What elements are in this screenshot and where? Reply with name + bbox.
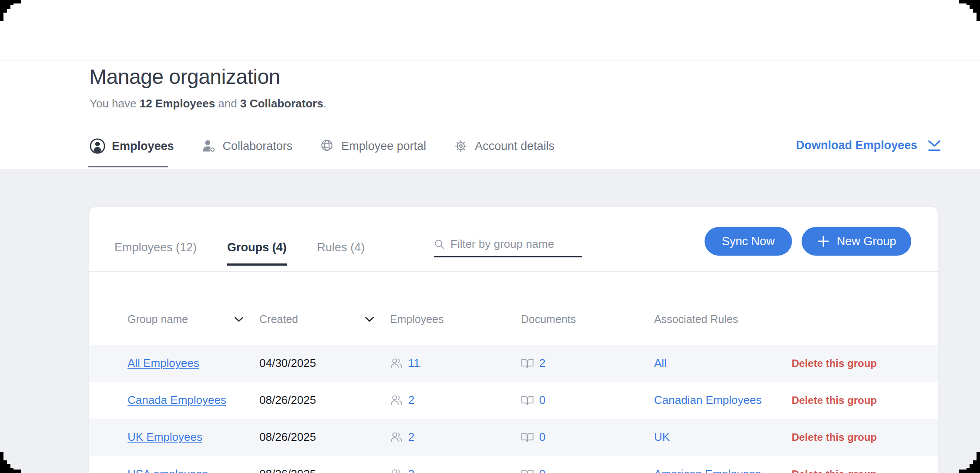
top-bar bbox=[0, 0, 980, 61]
filter-by-group-name-input[interactable] bbox=[450, 237, 582, 251]
gear-icon bbox=[453, 138, 469, 154]
tab-label: Collaborators bbox=[223, 140, 293, 153]
new-group-button[interactable]: New Group bbox=[802, 227, 911, 256]
page-subtitle: You have 12 Employees and 3 Collaborator… bbox=[90, 97, 326, 110]
delete-group-button[interactable]: Delete this group bbox=[792, 468, 877, 473]
page-title: Manage organization bbox=[89, 65, 280, 89]
search-icon bbox=[434, 239, 445, 250]
header-label: Associated Rules bbox=[654, 313, 738, 326]
sort-chevron-down-icon[interactable] bbox=[365, 316, 374, 322]
created-date: 08/26/2025 bbox=[259, 430, 390, 444]
table-header-row: Group name Created Employees Documents A… bbox=[89, 272, 938, 345]
main-nav-tabs: Employees Collaborators bbox=[89, 138, 554, 154]
header-documents: Documents bbox=[521, 313, 654, 326]
table-row: All Employees 04/30/2025 11 bbox=[89, 345, 938, 382]
book-open-icon bbox=[521, 358, 534, 369]
associated-rule-link[interactable]: American Employees bbox=[654, 467, 761, 473]
header-label: Employees bbox=[390, 313, 444, 326]
tab-label: Employees bbox=[112, 140, 174, 153]
delete-group-button[interactable]: Delete this group bbox=[792, 431, 877, 443]
download-icon bbox=[927, 139, 942, 152]
book-open-icon bbox=[521, 432, 534, 443]
card-sub-tabs: Employees (12) Groups (4) Rules (4) bbox=[114, 241, 365, 266]
manage-organization-page: Manage organization You have 12 Employee… bbox=[0, 0, 980, 473]
sync-now-button[interactable]: Sync Now bbox=[705, 227, 792, 256]
groups-card: Employees (12) Groups (4) Rules (4) bbox=[89, 207, 938, 473]
documents-count-link[interactable]: 0 bbox=[539, 393, 545, 407]
employees-count-cell: 3 bbox=[390, 467, 521, 473]
collaborators-count: 3 Collaborators bbox=[240, 97, 323, 110]
users-icon bbox=[390, 468, 403, 473]
documents-count-cell: 0 bbox=[521, 467, 654, 473]
documents-count-link[interactable]: 2 bbox=[539, 356, 545, 370]
documents-count-link[interactable]: 0 bbox=[539, 467, 545, 473]
subtab-groups[interactable]: Groups (4) bbox=[227, 241, 287, 266]
documents-count-cell: 0 bbox=[521, 393, 654, 407]
header-employees: Employees bbox=[390, 313, 521, 326]
group-name-link[interactable]: All Employees bbox=[128, 356, 199, 370]
users-icon bbox=[390, 431, 403, 443]
header-label: Created bbox=[259, 313, 298, 326]
delete-group-button[interactable]: Delete this group bbox=[792, 394, 877, 406]
employees-count-link[interactable]: 2 bbox=[408, 393, 414, 407]
table-row: USA employees 08/26/2025 3 bbox=[89, 456, 938, 473]
subtab-rules[interactable]: Rules (4) bbox=[317, 241, 365, 266]
group-name-link[interactable]: USA employees bbox=[128, 467, 208, 473]
group-filter bbox=[434, 237, 582, 257]
subtitle-text: . bbox=[323, 97, 326, 110]
tab-employee-portal[interactable]: Employee portal bbox=[319, 138, 426, 154]
employees-count-link[interactable]: 11 bbox=[408, 356, 420, 370]
group-name-link[interactable]: UK Employees bbox=[128, 430, 202, 443]
book-open-icon bbox=[521, 395, 534, 406]
download-link-label: Download Employees bbox=[796, 139, 917, 152]
plus-icon bbox=[817, 235, 830, 248]
subtab-label: Employees (12) bbox=[114, 241, 197, 254]
tab-collaborators[interactable]: Collaborators bbox=[201, 138, 293, 154]
delete-group-button[interactable]: Delete this group bbox=[792, 357, 877, 369]
employees-count: 12 Employees bbox=[140, 97, 215, 110]
created-date: 08/26/2025 bbox=[259, 467, 390, 473]
employees-count-cell: 11 bbox=[390, 356, 521, 370]
person-circle-icon bbox=[89, 138, 106, 154]
tab-label: Employee portal bbox=[341, 140, 426, 153]
person-plus-icon bbox=[201, 138, 217, 154]
created-date: 08/26/2025 bbox=[259, 393, 390, 407]
subtitle-text: and bbox=[215, 97, 240, 110]
users-icon bbox=[390, 394, 403, 406]
table-row: Canada Employees 08/26/2025 2 bbox=[89, 382, 938, 419]
employees-count-link[interactable]: 3 bbox=[408, 467, 414, 473]
employees-count-cell: 2 bbox=[390, 393, 521, 407]
card-header: Employees (12) Groups (4) Rules (4) bbox=[89, 207, 938, 272]
header-created: Created bbox=[259, 313, 390, 326]
documents-count-link[interactable]: 0 bbox=[539, 430, 545, 444]
page-header: Manage organization You have 12 Employee… bbox=[0, 61, 980, 169]
tab-employees[interactable]: Employees bbox=[89, 138, 174, 154]
associated-rule-link[interactable]: UK bbox=[654, 430, 670, 443]
tab-label: Account details bbox=[475, 140, 554, 153]
subtab-label: Rules (4) bbox=[317, 241, 365, 254]
header-group-name: Group name bbox=[128, 313, 259, 326]
header-associated-rules: Associated Rules bbox=[654, 313, 792, 326]
active-subtab-underline bbox=[227, 263, 287, 266]
corner-mark-bottom-right bbox=[959, 452, 980, 473]
table-row: UK Employees 08/26/2025 2 bbox=[89, 419, 938, 456]
globe-cursor-icon bbox=[319, 138, 335, 154]
associated-rule-link[interactable]: All bbox=[654, 356, 667, 370]
documents-count-cell: 0 bbox=[521, 430, 654, 444]
users-icon bbox=[390, 357, 403, 369]
documents-count-cell: 2 bbox=[521, 356, 654, 370]
download-employees-button[interactable]: Download Employees bbox=[796, 139, 942, 152]
created-date: 04/30/2025 bbox=[259, 356, 390, 370]
header-label: Group name bbox=[128, 313, 188, 326]
group-name-link[interactable]: Canada Employees bbox=[128, 393, 226, 406]
subtitle-text: You have bbox=[90, 97, 140, 110]
tab-account-details[interactable]: Account details bbox=[453, 138, 554, 154]
sort-chevron-down-icon[interactable] bbox=[234, 316, 244, 322]
corner-mark-bottom-left bbox=[0, 452, 21, 473]
associated-rule-link[interactable]: Canadian Employees bbox=[654, 393, 762, 406]
subtab-employees[interactable]: Employees (12) bbox=[114, 241, 197, 266]
subtab-label: Groups (4) bbox=[227, 241, 287, 254]
new-group-label: New Group bbox=[837, 235, 896, 248]
sync-now-label: Sync Now bbox=[722, 235, 775, 248]
employees-count-link[interactable]: 2 bbox=[408, 430, 414, 444]
